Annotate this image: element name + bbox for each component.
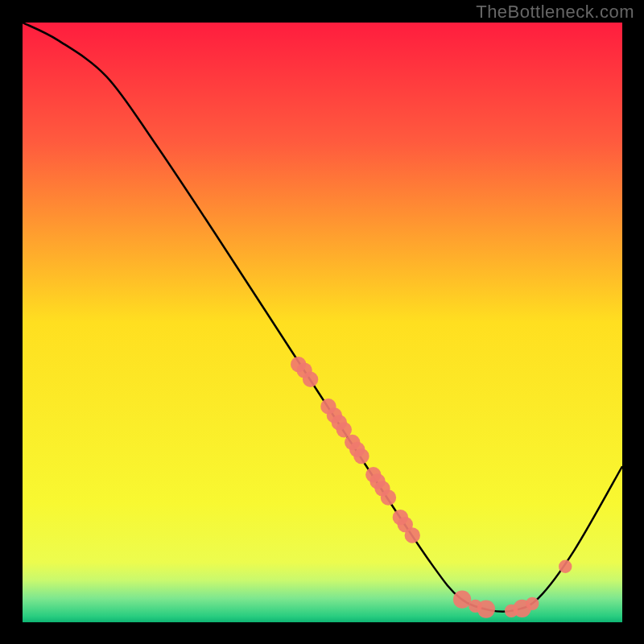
data-marker: [381, 489, 396, 505]
data-marker: [353, 448, 369, 464]
gradient-background: [23, 23, 622, 622]
plot-area: [23, 23, 622, 622]
watermark-label: TheBottleneck.com: [476, 2, 634, 23]
data-marker: [559, 560, 572, 573]
data-marker: [526, 597, 539, 610]
data-marker: [405, 527, 420, 543]
data-marker: [303, 372, 318, 387]
chart-svg: [23, 23, 622, 622]
data-marker: [477, 600, 495, 617]
chart-frame: TheBottleneck.com: [0, 0, 644, 644]
data-marker: [453, 591, 471, 609]
